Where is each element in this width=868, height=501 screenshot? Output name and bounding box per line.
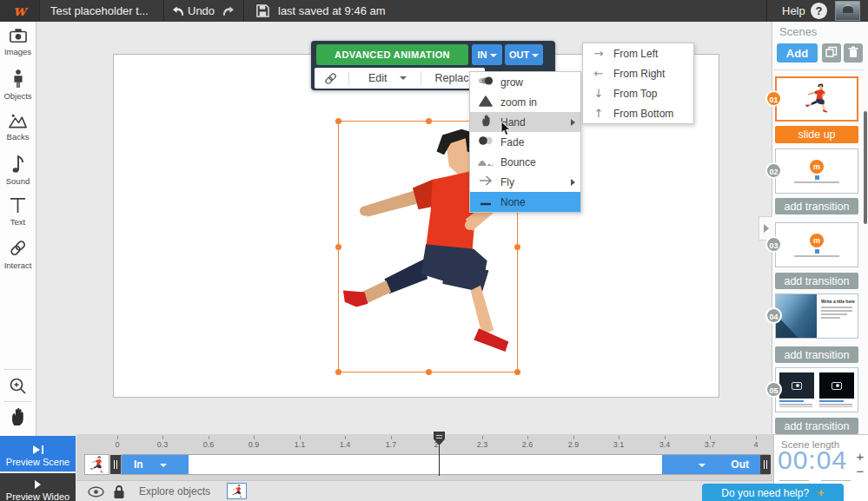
sidebar-item-images[interactable]: Images (0, 27, 36, 56)
music-note-icon (10, 154, 26, 174)
need-help-button[interactable]: Do you need help?+ (702, 484, 844, 501)
menu-item-zoom-in[interactable]: zoom in (470, 92, 580, 112)
divider (821, 480, 851, 481)
divider (766, 0, 767, 22)
scene-thumbnail-2[interactable]: m (775, 148, 858, 194)
scene-length-value[interactable]: 00:04 (778, 445, 847, 475)
delete-scene-button[interactable] (844, 43, 863, 63)
none-icon (477, 194, 494, 210)
resize-handle-sw[interactable] (335, 369, 341, 375)
wideo-logo[interactable]: w (0, 0, 40, 22)
menu-item-bounce[interactable]: Bounce (470, 152, 580, 172)
divider (421, 71, 421, 85)
help-link[interactable]: Help (782, 0, 805, 22)
add-transition-button-2[interactable]: add transition (775, 273, 858, 289)
preview-scene-button[interactable]: Preview Scene (0, 436, 76, 471)
sidebar-item-text[interactable]: Text (0, 196, 36, 227)
menu-item-from-right[interactable]: ← From Right (583, 63, 693, 83)
menu-item-hand[interactable]: Hand (470, 112, 580, 132)
in-segment[interactable]: In (122, 455, 189, 474)
resize-handle-w[interactable] (335, 244, 341, 250)
project-title[interactable]: Test placeholder t... (50, 0, 149, 22)
transition-slide-up-button[interactable]: slide up (775, 126, 858, 143)
sidebar-item-objects[interactable]: Objects (0, 69, 36, 101)
menu-item-from-top[interactable]: ↓ From Top (583, 83, 693, 103)
user-avatar[interactable] (835, 1, 860, 21)
add-scene-button[interactable]: Add (777, 43, 818, 63)
link-icon[interactable] (323, 71, 338, 86)
sidebar-item-sound[interactable]: Sound (0, 154, 36, 186)
scene2-content: m (794, 160, 839, 183)
scene-thumbnail-4[interactable]: Write a title here (775, 293, 858, 339)
help-question-icon[interactable]: ? (811, 3, 827, 19)
resize-handle-n[interactable] (426, 118, 432, 124)
chevron-down-icon[interactable] (400, 76, 407, 80)
menu-item-none[interactable]: None (470, 192, 580, 212)
divider (779, 480, 809, 481)
mountains-icon (8, 112, 28, 129)
hand-tool[interactable] (0, 406, 36, 426)
chevron-down-icon[interactable] (160, 464, 167, 467)
increase-length-button[interactable]: + (854, 450, 866, 464)
save-icon[interactable] (256, 4, 269, 17)
asset-sidebar: Images Objects Backs Sound Text (0, 22, 36, 436)
hand-direction-submenu: → From Left ← From Right ↓ From Top ↑ Fr… (582, 43, 694, 124)
selected-object-chip[interactable] (227, 483, 247, 499)
undo-button[interactable]: Undo (188, 0, 215, 22)
save-status: last saved at 9:46 am (278, 0, 386, 22)
decrease-length-button[interactable]: − (854, 465, 866, 478)
resize-handle-se[interactable] (514, 369, 520, 375)
menu-item-fade[interactable]: Fade (470, 132, 580, 152)
divider (3, 369, 32, 370)
zoom-in-icon (8, 376, 28, 396)
out-dropdown-button[interactable]: OUT (505, 44, 543, 65)
menu-item-from-left[interactable]: → From Left (583, 43, 693, 63)
scene-thumbnail-3[interactable]: m (775, 222, 858, 267)
lock-icon[interactable] (113, 485, 125, 499)
timeline-object-chip[interactable] (84, 454, 109, 475)
play-step-icon (0, 441, 76, 457)
chevron-down-icon[interactable] (699, 464, 706, 467)
undo-icon[interactable] (173, 6, 184, 16)
divider (243, 0, 244, 22)
add-transition-button-3[interactable]: add transition (775, 346, 858, 363)
in-dropdown-button[interactable]: IN (472, 44, 502, 65)
out-segment[interactable]: Out (662, 455, 760, 474)
menu-item-fly[interactable]: Fly (470, 172, 580, 192)
redo-icon[interactable] (222, 6, 234, 16)
zoom-tool[interactable] (0, 376, 36, 396)
photo-card (779, 372, 814, 399)
scene-thumbnail-1[interactable] (775, 76, 858, 122)
advanced-animation-button[interactable]: ADVANCED ANIMATION (316, 44, 468, 65)
preview-wideo-button[interactable]: Preview Wideo (0, 473, 76, 501)
in-drag-handle[interactable] (110, 455, 121, 474)
resize-handle-e[interactable] (514, 244, 520, 250)
out-drag-handle[interactable] (760, 455, 771, 474)
scene-number-badge: 05 (765, 381, 782, 398)
sidebar-item-backs[interactable]: Backs (0, 112, 36, 142)
runner-thumb (90, 456, 103, 474)
menu-item-from-bottom[interactable]: ↑ From Bottom (583, 103, 693, 123)
scenes-scrollbar[interactable] (864, 111, 867, 224)
resize-handle-s[interactable] (426, 369, 432, 375)
scene-thumbnail-5[interactable] (775, 367, 858, 412)
edit-button[interactable]: Edit (368, 72, 388, 84)
add-transition-button-4[interactable]: add transition (775, 418, 858, 434)
tiny-social-icon (815, 249, 819, 254)
timeline-track[interactable]: In Out (121, 454, 770, 475)
eye-icon[interactable] (87, 486, 105, 498)
menu-item-grow[interactable]: grow (470, 72, 580, 92)
resize-handle-nw[interactable] (335, 118, 341, 124)
sidebar-item-interact[interactable]: Interact (0, 238, 36, 270)
scene-number-badge: 02 (765, 162, 782, 179)
tiny-text-line (794, 181, 839, 183)
scenes-panel: Scenes Add 01 slide up m 02 (772, 22, 868, 501)
submenu-arrow-icon (571, 179, 575, 186)
chevron-down-icon (490, 54, 497, 57)
text-icon (9, 196, 27, 214)
duplicate-scene-button[interactable] (822, 43, 841, 63)
scene-number-badge: 04 (765, 307, 782, 324)
divider (774, 69, 864, 70)
explore-objects-button[interactable]: Explore objects (139, 481, 210, 501)
add-transition-button-1[interactable]: add transition (775, 198, 858, 214)
